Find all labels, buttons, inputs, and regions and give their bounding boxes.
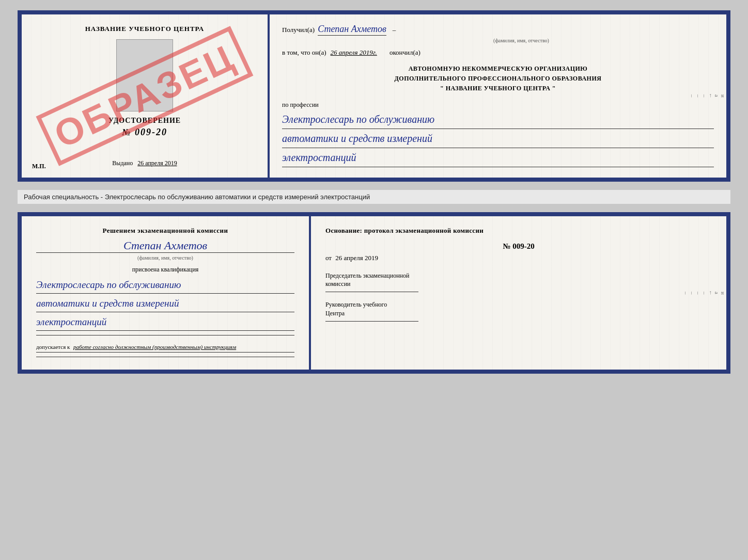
dash: –: [393, 26, 396, 34]
director-label: Руководитель учебного Центра: [325, 300, 712, 318]
bottom-name: Степан Ахметов: [36, 239, 294, 253]
protocol-number: № 009-20: [325, 242, 712, 251]
in-that-label: в том, что он(а): [282, 49, 326, 57]
binding-marks-top: и а ← – – –: [715, 14, 726, 178]
school-title-top: НАЗВАНИЕ УЧЕБНОГО ЦЕНТРА: [85, 25, 205, 33]
date-prefix: от: [325, 254, 332, 262]
fio-sublabel-top: (фамилия, имя, отчество): [329, 38, 714, 43]
org-text: АВТОНОМНУЮ НЕКОММЕРЧЕСКУЮ ОРГАНИЗАЦИЮ ДО…: [282, 64, 714, 94]
side-char-2: а: [714, 94, 720, 97]
side-char-b3: ←: [708, 290, 714, 296]
doc-bottom-left: Решением экзаменационной комиссии Степан…: [22, 216, 311, 370]
side-char-b5: –: [695, 292, 702, 295]
side-char-b7: –: [683, 292, 689, 295]
basis-text: Основание: протокол экзаменационной коми…: [325, 227, 712, 235]
director-line2: Центра: [325, 310, 345, 317]
org-line2: ДОПОЛНИТЕЛЬНОГО ПРОФЕССИОНАЛЬНОГО ОБРАЗО…: [282, 74, 714, 84]
side-char-6: –: [689, 94, 695, 98]
photo-placeholder: [116, 39, 173, 111]
chairman-signature-line: [325, 292, 418, 292]
decision-text: Решением экзаменационной комиссии: [36, 227, 294, 235]
chairman-line1: Председатель экзаменационной: [325, 272, 409, 279]
separator-line-bottom: [36, 335, 294, 335]
issued-date-value: 26 апреля 2019: [137, 159, 177, 167]
bottom-fio-label: (фамилия, имя, отчество): [36, 255, 294, 261]
recipient-name: Степан Ахметов: [318, 24, 386, 36]
assigned-label: присвоена квалификация: [36, 266, 294, 274]
received-label: Получил(а): [282, 26, 315, 34]
date-value-top: 26 апреля 2019г.: [331, 49, 377, 57]
side-char-b2: а: [714, 292, 720, 294]
side-char-4: –: [702, 94, 708, 98]
doc-right-panel: Получил(а) Степан Ахметов – (фамилия, им…: [270, 14, 726, 178]
issued-label: Выдано: [112, 159, 133, 167]
director-signature-line: [325, 321, 418, 322]
profession-label: по профессии: [282, 101, 714, 109]
finished-label: окончил(а): [389, 49, 420, 57]
side-char-3: ←: [708, 93, 714, 99]
profession-line2: автоматики и средств измерений: [282, 130, 714, 148]
org-line3: " НАЗВАНИЕ УЧЕБНОГО ЦЕНТРА ": [282, 84, 714, 93]
profession-line3: электростанций: [282, 149, 714, 167]
document-top: НАЗВАНИЕ УЧЕБНОГО ЦЕНТРА УДОСТОВЕРЕНИЕ №…: [18, 10, 730, 182]
profession-line1: Электрослесарь по обслуживанию: [282, 111, 714, 129]
side-char-1: и: [720, 94, 726, 98]
issued-date: Выдано 26 апреля 2019: [112, 149, 177, 167]
document-bottom: Решением экзаменационной комиссии Степан…: [18, 212, 730, 374]
allowed-prefix: допускается к: [36, 344, 70, 350]
allowed-text-block: допускается к работе согласно должностны…: [36, 344, 294, 353]
received-line: Получил(а) Степан Ахметов –: [282, 24, 714, 36]
stamp-mp: М.П.: [32, 163, 46, 170]
binding-marks-bottom: и а ← – – – –: [715, 216, 726, 370]
side-char-b4: –: [702, 292, 708, 295]
protocol-date-value: 26 апреля 2019: [335, 254, 378, 262]
separator-label: Рабочая специальность - Электрослесарь п…: [18, 190, 730, 204]
chairman-label: Председатель экзаменационной комиссии: [325, 271, 712, 289]
in-that-line: в том, что он(а) 26 апреля 2019г. окончи…: [282, 49, 714, 57]
cert-number: № 009-20: [122, 127, 167, 138]
side-char-5: –: [695, 94, 702, 98]
separator-line-bottom2: [36, 357, 294, 357]
doc-bottom-right: Основание: протокол экзаменационной коми…: [311, 216, 726, 370]
director-line1: Руководитель учебного: [325, 301, 387, 308]
allowed-text-content: работе согласно должностным (производств…: [73, 344, 236, 350]
side-char-b6: –: [689, 292, 695, 295]
qualification-line3: электростанций: [36, 314, 294, 331]
separator-text: Рабочая специальность - Электрослесарь п…: [24, 193, 370, 201]
doc-left-panel: НАЗВАНИЕ УЧЕБНОГО ЦЕНТРА УДОСТОВЕРЕНИЕ №…: [22, 14, 270, 178]
side-char-b1: и: [720, 292, 726, 295]
qualification-line2: автоматики и средств измерений: [36, 295, 294, 312]
qualification-line1: Электрослесарь по обслуживанию: [36, 277, 294, 294]
protocol-date: от 26 апреля 2019: [325, 254, 712, 262]
org-line1: АВТОНОМНУЮ НЕКОММЕРЧЕСКУЮ ОРГАНИЗАЦИЮ: [282, 64, 714, 74]
chairman-line2: комиссии: [325, 280, 351, 287]
cert-title: УДОСТОВЕРЕНИЕ: [108, 117, 181, 125]
